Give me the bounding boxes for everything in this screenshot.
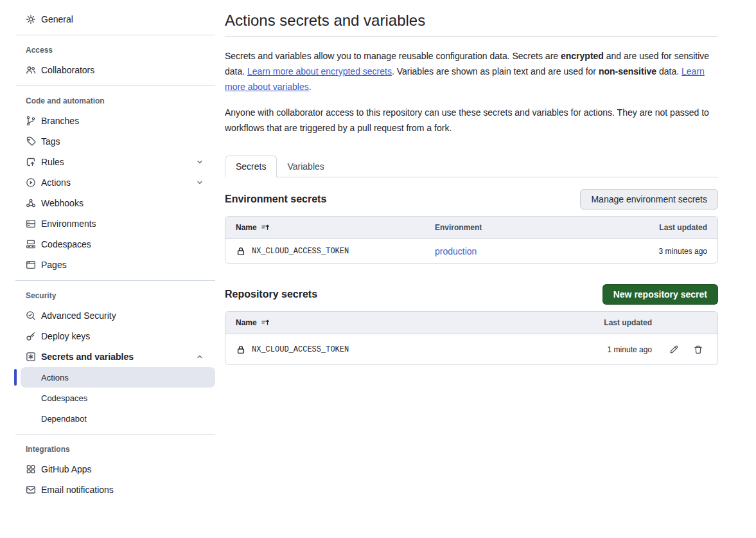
sidebar-divider (15, 35, 215, 35)
sidebar-divider (15, 280, 215, 281)
intro-text: data. (656, 66, 681, 76)
repository-secrets-table-header: Name Last updated (225, 312, 717, 334)
sidebar-item-label: Actions (41, 177, 71, 188)
repository-secrets-title: Repository secrets (225, 289, 317, 300)
sidebar-item-label: Advanced Security (41, 310, 116, 321)
sidebar-item-label: Collaborators (41, 65, 94, 75)
codescan-icon (26, 310, 36, 321)
environment-secrets-header: Environment secrets Manage environment s… (225, 189, 718, 210)
column-header-name: Name (236, 223, 435, 232)
environment-link-production[interactable]: production (435, 246, 659, 256)
lock-icon (236, 246, 246, 256)
sidebar-item-email-notifications[interactable]: Email notifications (15, 480, 215, 500)
sidebar-item-label: Deploy keys (41, 331, 90, 341)
mail-icon (26, 485, 36, 495)
environment-secrets-table-header: Name Environment Last updated (225, 217, 717, 238)
secret-name: NX_CLOUD_ACCESS_TOKEN (252, 247, 349, 256)
secrets-variables-tabs: Secrets Variables (225, 156, 718, 177)
webhook-icon (26, 198, 36, 208)
manage-environment-secrets-button[interactable]: Manage environment secrets (580, 189, 718, 210)
chevron-up-icon (196, 353, 204, 361)
column-label: Name (236, 223, 257, 232)
sidebar-divider (15, 434, 215, 435)
intro-text: . Variables are shown as plain text and … (392, 66, 599, 76)
sidebar-section-access: Access (15, 40, 215, 60)
settings-nav: General Access Collaborators Code and au… (0, 9, 215, 500)
column-label: Name (236, 318, 257, 327)
sidebar-item-actions[interactable]: Actions (15, 172, 215, 193)
sidebar-subitem-actions[interactable]: Actions (21, 367, 215, 388)
sidebar-section-code-automation: Code and automation (15, 91, 215, 111)
key-icon (26, 331, 36, 341)
sidebar-item-deploy-keys[interactable]: Deploy keys (15, 326, 215, 346)
table-row: NX_CLOUD_ACCESS_TOKEN production 3 minut… (225, 238, 717, 263)
sidebar-item-secrets-and-variables[interactable]: Secrets and variables (15, 346, 215, 367)
last-updated-value: 1 minute ago (608, 345, 652, 354)
browser-icon (26, 260, 36, 270)
sidebar-item-label: Pages (41, 260, 67, 270)
sidebar-item-label: General (41, 14, 73, 24)
page-title: Actions secrets and variables (225, 12, 718, 30)
sidebar-subitem-codespaces[interactable]: Codespaces (15, 388, 215, 408)
environment-secrets-table: Name Environment Last updated NX_CLOUD_A… (225, 216, 718, 264)
sidebar-item-collaborators[interactable]: Collaborators (15, 60, 215, 80)
sidebar-item-codespaces[interactable]: Codespaces (15, 234, 215, 255)
delete-secret-button[interactable] (689, 341, 707, 359)
sidebar-item-advanced-security[interactable]: Advanced Security (15, 305, 215, 326)
secret-name-cell: NX_CLOUD_ACCESS_TOKEN (236, 345, 608, 355)
sidebar-item-label: Environments (41, 219, 96, 229)
collaborator-access-paragraph: Anyone with collaborator access to this … (225, 105, 718, 136)
secret-name: NX_CLOUD_ACCESS_TOKEN (252, 345, 349, 354)
intro-text: . (309, 82, 312, 92)
sidebar-item-environments[interactable]: Environments (15, 213, 215, 234)
lock-icon (236, 345, 246, 355)
sidebar-item-rules[interactable]: Rules (15, 152, 215, 172)
last-updated-value: 3 minutes ago (659, 247, 707, 256)
intro-paragraph: Secrets and variables allow you to manag… (225, 48, 718, 94)
play-icon (26, 177, 36, 188)
sort-ascending-icon[interactable] (261, 223, 270, 232)
sidebar-item-label: Codespaces (41, 239, 91, 249)
intro-bold-non-sensitive: non-sensitive (599, 66, 656, 76)
sidebar-item-label: Email notifications (41, 485, 114, 495)
title-divider (225, 36, 718, 37)
chevron-down-icon (196, 158, 204, 166)
sidebar-section-security: Security (15, 286, 215, 305)
learn-more-encrypted-secrets-link[interactable]: Learn more about encrypted secrets (247, 66, 392, 76)
server-icon (26, 219, 36, 229)
secret-icon (26, 352, 36, 362)
column-header-name: Name (236, 318, 604, 327)
sort-ascending-icon[interactable] (261, 318, 270, 327)
sidebar-item-tags[interactable]: Tags (15, 131, 215, 152)
sidebar-section-integrations: Integrations (15, 440, 215, 459)
column-header-last-updated: Last updated (604, 318, 652, 327)
sidebar-item-label: Codespaces (41, 393, 87, 403)
settings-sidebar: General Access Collaborators Code and au… (0, 0, 215, 538)
git-branch-icon (26, 116, 36, 126)
sidebar-subitem-dependabot[interactable]: Dependabot (15, 408, 215, 429)
sidebar-item-label: Actions (41, 373, 69, 382)
sidebar-item-branches[interactable]: Branches (15, 111, 215, 131)
intro-bold-encrypted: encrypted (561, 51, 604, 61)
tab-secrets[interactable]: Secrets (225, 156, 277, 177)
repository-secrets-table: Name Last updated NX_CLOUD_ACCESS_TOKEN … (225, 311, 718, 365)
sidebar-item-label: Dependabot (41, 414, 87, 424)
table-row: NX_CLOUD_ACCESS_TOKEN 1 minute ago (225, 334, 717, 364)
secret-name-cell: NX_CLOUD_ACCESS_TOKEN (236, 246, 435, 256)
sidebar-item-label: Tags (41, 136, 60, 147)
sidebar-item-webhooks[interactable]: Webhooks (15, 193, 215, 213)
edit-secret-button[interactable] (665, 341, 683, 359)
tag-icon (26, 136, 36, 147)
sidebar-item-pages[interactable]: Pages (15, 255, 215, 275)
column-header-last-updated: Last updated (659, 223, 707, 232)
rules-icon (26, 157, 36, 167)
new-repository-secret-button[interactable]: New repository secret (602, 284, 718, 305)
sidebar-item-github-apps[interactable]: GitHub Apps (15, 459, 215, 480)
row-actions (665, 341, 707, 359)
tab-variables[interactable]: Variables (277, 156, 334, 177)
people-icon (26, 65, 36, 75)
main-content: Actions secrets and variables Secrets an… (225, 0, 718, 538)
sidebar-item-label: Branches (41, 116, 79, 126)
intro-text: Secrets and variables allow you to manag… (225, 51, 561, 61)
sidebar-item-general[interactable]: General (15, 9, 215, 30)
